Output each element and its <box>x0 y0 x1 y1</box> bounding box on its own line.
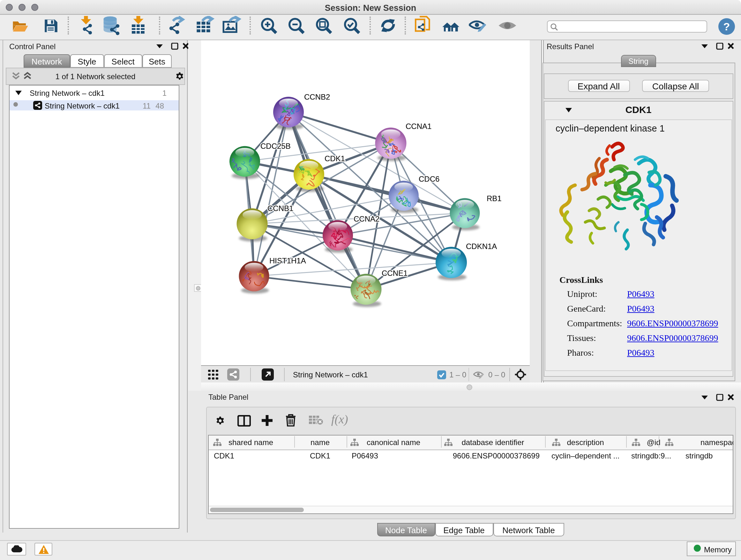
svg-text:CDC25B: CDC25B <box>260 141 291 150</box>
svg-text:CDC6: CDC6 <box>419 174 440 183</box>
svg-text:HIST1H1A: HIST1H1A <box>269 256 306 265</box>
svg-text:CCNE1: CCNE1 <box>382 268 408 277</box>
svg-text:CCNB2: CCNB2 <box>304 92 330 101</box>
svg-text:CCNA2: CCNA2 <box>354 214 380 223</box>
svg-text:RB1: RB1 <box>487 194 502 202</box>
svg-text:CCNB1: CCNB1 <box>267 204 293 212</box>
svg-text:CCNA1: CCNA1 <box>406 122 431 130</box>
svg-text:CDK1: CDK1 <box>325 154 345 163</box>
svg-text:?: ? <box>724 20 730 33</box>
svg-text:CDKN1A: CDKN1A <box>466 242 497 250</box>
